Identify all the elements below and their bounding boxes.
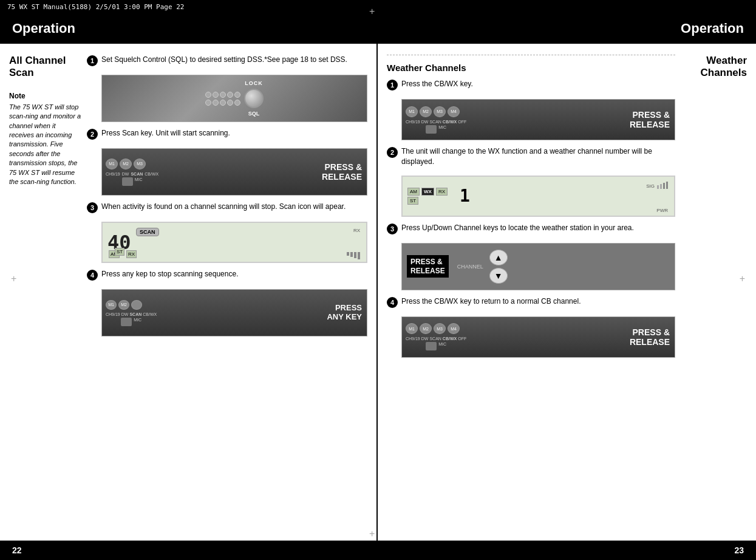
right-header-title: Operation (681, 21, 744, 36)
step-2-number: 2 (87, 129, 98, 140)
step-3-text: When activity is found on a channel scan… (101, 202, 367, 212)
left-steps: 1 Set Squelch Control (SQL) to desired s… (87, 55, 367, 530)
right-sidebar-col: WeatherChannels (680, 55, 747, 530)
step-2: 2 Press Scan key. Unit will start scanni… (87, 128, 367, 140)
bottom-bar: 22 23 (0, 541, 756, 560)
channel-down-button[interactable]: ▼ (489, 268, 508, 284)
left-operation-header: Operation (0, 13, 378, 44)
pages-container: All ChannelScan Note The 75 WX ST will s… (0, 44, 756, 541)
wx-step-1: 1 Press the CB/WX key. (387, 79, 675, 90)
step-3: 3 When activity is found on a channel sc… (87, 202, 367, 213)
step-4-image: M1 M2 CH9/19 DW SCAN CB/WX MIC (101, 289, 367, 336)
step-3-image: 40 SCAN RX AM RX ST (101, 222, 367, 263)
step-4-text: Press any kep to stop scanning sequence. (101, 269, 367, 279)
channel-label: CHANNEL (457, 264, 483, 270)
channel-up-button[interactable]: ▲ (489, 250, 508, 265)
step-4-press-any-key-label: PRESSANY KEY (327, 304, 362, 322)
top-bar: 75 WX ST Manual(5188) 2/5/01 3:00 PM Pag… (0, 0, 756, 13)
file-info: 75 WX ST Manual(5188) 2/5/01 3:00 PM Pag… (7, 3, 184, 11)
rx-indicator: RX (126, 250, 137, 258)
wx-step-1-pr-label: PRESS &RELEASE (630, 110, 670, 129)
wx-step-3-number: 3 (387, 224, 398, 234)
step-3-number: 3 (87, 202, 98, 213)
step-4: 4 Press any kep to stop scanning sequenc… (87, 269, 367, 281)
wx-step-1-number: 1 (387, 80, 398, 90)
wx-step-3-text: Press Up/Down Channel keys to locate the… (401, 223, 675, 233)
step-1: 1 Set Squelch Control (SQL) to desired s… (87, 55, 367, 66)
step-2-press-release-label: PRESS &RELEASE (322, 162, 362, 182)
wx-step-2-image: AM WX RX ST 1 SIG PWR (401, 176, 675, 217)
right-top-divider (387, 55, 675, 55)
note-label: Note (9, 92, 82, 100)
left-page: All ChannelScan Note The 75 WX ST will s… (0, 44, 378, 541)
wx-step-2-text: The unit will change to the WX function … (401, 146, 675, 167)
wx-step-3: 3 Press Up/Down Channel keys to locate t… (387, 223, 675, 234)
right-operation-header: Operation (378, 13, 756, 44)
step-2-text: Press Scan key. Unit will start scanning… (101, 128, 367, 138)
left-page-number: 22 (12, 545, 22, 555)
left-sidebar: All ChannelScan Note The 75 WX ST will s… (9, 55, 82, 530)
wx-step-4-image: M1 M2 M3 M4 CH9/19 DW SCAN CB/WX OFF (401, 316, 675, 358)
step-4-number: 4 (87, 270, 98, 281)
wx-channel-num: 1 (460, 186, 470, 206)
right-page-number: 23 (734, 545, 744, 555)
wx-step-4-text: Press the CB/WX key to return to a norma… (401, 296, 675, 307)
wx-step-1-text: Press the CB/WX key. (401, 79, 675, 89)
right-section-title: WeatherChannels (680, 55, 747, 80)
note-box: Note The 75 WX ST will stop scan-ning an… (9, 92, 82, 187)
step-1-image: LOCK SQL (101, 75, 367, 122)
header-row: Operation Operation (0, 13, 756, 44)
wx-step-4: 4 Press the CB/WX key to return to a nor… (387, 296, 675, 308)
right-steps: Weather Channels 1 Press the CB/WX key. … (387, 55, 675, 530)
wx-step-4-pr-label: PRESS &RELEASE (630, 327, 670, 347)
step-1-text: Set Squelch Control (SQL) to desired set… (101, 55, 367, 65)
wx-step-2: 2 The unit will change to the WX functio… (387, 146, 675, 167)
right-page: Weather Channels 1 Press the CB/WX key. … (378, 44, 756, 541)
step-2-image: M1 M2 M3 CH9/19 DW SCAN CB/WX MIC (101, 148, 367, 196)
left-section-title: All ChannelScan (9, 55, 82, 80)
note-text: The 75 WX ST will stop scan-ning and mon… (9, 103, 82, 187)
st-indicator: ST (115, 248, 124, 256)
step-1-number: 1 (87, 55, 98, 66)
wx-step-1-image: M1 M2 M3 M4 CH9/19 DW SCAN CB/WX OFF (401, 99, 675, 140)
wx-step-3-image: PRESS &RELEASE CHANNEL ▲ ▼ (401, 243, 675, 290)
wx-step-2-number: 2 (387, 147, 398, 158)
press-release-ch-label: PRESS &RELEASE (407, 255, 449, 278)
wx-step-4-number: 4 (387, 297, 398, 308)
lcd-indicators: AM RX ST (109, 250, 137, 258)
scan-badge: SCAN (136, 228, 159, 236)
weather-channels-title: Weather Channels (387, 63, 675, 73)
left-header-title: Operation (12, 21, 75, 36)
